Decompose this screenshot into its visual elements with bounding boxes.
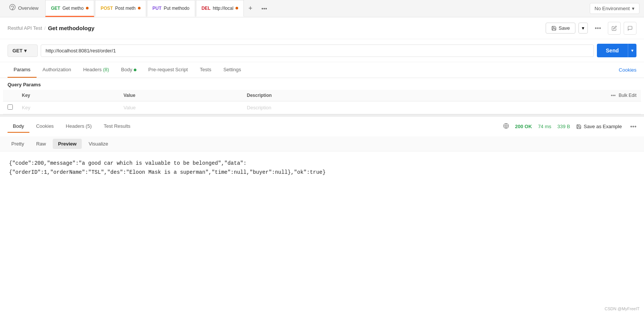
post-method-label: POST xyxy=(101,6,113,11)
save-dropdown-button[interactable]: ▾ xyxy=(578,23,588,34)
query-params-label: Query Params xyxy=(0,78,644,90)
save-example-label: Save as Example xyxy=(584,124,622,129)
header-more-button[interactable]: ••• xyxy=(591,23,605,34)
tab-body[interactable]: Body xyxy=(115,62,142,78)
post-tab[interactable]: POST Post meth xyxy=(95,0,146,17)
header-actions: Save ▾ ••• xyxy=(546,22,636,35)
response-line-2: {"orderID":1,"orderName":"TSL","des":"El… xyxy=(9,168,635,177)
overview-label: Overview xyxy=(18,5,38,11)
tab-bar: Overview GET Get metho POST Post meth PU… xyxy=(0,0,644,17)
watermark: CSDN @MyFreeIT xyxy=(605,306,639,311)
post-tab-label: Post meth xyxy=(115,6,136,11)
post-tab-dot xyxy=(138,7,141,9)
comment-icon xyxy=(627,26,633,31)
response-header: Body Cookies Headers (5) Test Results 20… xyxy=(0,116,644,136)
cookies-link[interactable]: Cookies xyxy=(619,63,636,77)
response-meta: 200 OK 74 ms 339 B Save as Example ••• xyxy=(503,123,636,130)
env-label: No Environment xyxy=(595,6,630,11)
method-selector[interactable]: GET ▾ xyxy=(8,44,38,57)
svg-point-1 xyxy=(12,9,13,10)
table-more-icon[interactable]: ••• xyxy=(611,93,616,98)
get-tab-dot xyxy=(86,7,89,9)
method-value: GET xyxy=(12,48,23,54)
del-tab-dot xyxy=(236,7,238,9)
view-tab-raw[interactable]: Raw xyxy=(31,139,51,149)
page-title: Get methodology xyxy=(48,25,94,31)
method-chevron-icon: ▾ xyxy=(24,48,27,54)
res-tab-cookies[interactable]: Cookies xyxy=(31,120,59,133)
get-tab-label: Get metho xyxy=(63,6,84,11)
tab-pre-request[interactable]: Pre-request Script xyxy=(142,62,194,78)
response-line-1: {"code":200,"message":"a good car which … xyxy=(9,159,635,168)
comment-button[interactable] xyxy=(624,22,636,35)
send-group: Send ▾ xyxy=(597,44,636,57)
headers-badge: (8) xyxy=(103,67,109,72)
put-tab[interactable]: PUT Put methodo xyxy=(147,0,195,17)
view-tabs: Pretty Raw Preview Visualize xyxy=(0,136,644,152)
save-example-button[interactable]: Save as Example xyxy=(576,124,622,129)
get-method-label: GET xyxy=(51,6,60,11)
row-checkbox[interactable] xyxy=(8,104,13,110)
tab-authorization[interactable]: Authorization xyxy=(37,62,77,78)
send-button[interactable]: Send xyxy=(597,44,628,57)
col-actions-header: ••• Bulk Edit xyxy=(439,90,641,101)
save-icon xyxy=(551,26,557,31)
col-checkbox xyxy=(3,90,17,101)
col-value-header: Value xyxy=(119,90,242,101)
tab-headers[interactable]: Headers (8) xyxy=(77,62,115,78)
del-tab[interactable]: DEL http://local xyxy=(196,0,244,17)
request-bar: GET ▾ Send ▾ xyxy=(0,39,644,62)
edit-button[interactable] xyxy=(608,22,621,35)
value-cell[interactable]: Value xyxy=(119,101,242,114)
save-button[interactable]: Save xyxy=(546,23,576,34)
tab-settings[interactable]: Settings xyxy=(217,62,247,78)
send-dropdown-button[interactable]: ▾ xyxy=(628,44,636,57)
res-tab-test-results[interactable]: Test Results xyxy=(98,120,136,133)
put-method-label: PUT xyxy=(153,6,162,11)
res-tab-headers[interactable]: Headers (5) xyxy=(61,120,97,133)
res-tab-body[interactable]: Body xyxy=(8,120,29,133)
put-tab-label: Put methodo xyxy=(164,6,190,11)
new-tab-button[interactable]: + xyxy=(244,0,257,17)
globe-icon xyxy=(503,123,509,130)
response-status: 200 OK xyxy=(515,124,532,129)
get-tab[interactable]: GET Get metho xyxy=(45,0,94,17)
header-bar: Restful API Test / Get methodology Save … xyxy=(0,17,644,39)
tab-params[interactable]: Params xyxy=(8,62,37,78)
breadcrumb-separator: / xyxy=(44,25,46,31)
url-input[interactable] xyxy=(41,44,594,57)
col-description-header: Description xyxy=(242,90,439,101)
res-headers-badge: (5) xyxy=(86,123,92,129)
body-dot xyxy=(134,69,136,71)
breadcrumb[interactable]: Restful API Test xyxy=(8,25,42,31)
del-tab-label: http://local xyxy=(213,6,234,11)
overview-icon xyxy=(9,4,16,12)
col-key-header: Key xyxy=(17,90,119,101)
bulk-edit-button[interactable]: Bulk Edit xyxy=(619,93,636,98)
view-tab-preview[interactable]: Preview xyxy=(53,139,82,149)
response-body: {"code":200,"message":"a good car which … xyxy=(0,152,644,185)
response-size: 339 B xyxy=(557,124,570,129)
view-tab-pretty[interactable]: Pretty xyxy=(6,139,29,149)
table-row: Key Value Description xyxy=(3,101,641,114)
view-tab-visualize[interactable]: Visualize xyxy=(83,139,113,149)
params-table-wrap: Key Value Description ••• Bulk Edit Key … xyxy=(0,90,644,114)
params-table: Key Value Description ••• Bulk Edit Key … xyxy=(3,90,641,114)
save-label: Save xyxy=(559,25,570,31)
save-example-icon xyxy=(576,124,581,129)
del-method-label: DEL xyxy=(202,6,211,11)
env-chevron-icon: ▾ xyxy=(632,6,635,11)
overview-tab[interactable]: Overview xyxy=(3,0,44,17)
tabs-more-button[interactable]: ••• xyxy=(257,0,272,17)
response-time: 74 ms xyxy=(538,124,551,129)
response-more-button[interactable]: ••• xyxy=(630,123,636,130)
environment-selector[interactable]: No Environment ▾ xyxy=(590,3,639,14)
key-cell[interactable]: Key xyxy=(17,101,119,114)
tab-tests[interactable]: Tests xyxy=(194,62,217,78)
description-cell[interactable]: Description xyxy=(242,101,439,114)
edit-icon xyxy=(612,26,617,31)
request-tabs-nav: Params Authorization Headers (8) Body Pr… xyxy=(0,62,644,78)
